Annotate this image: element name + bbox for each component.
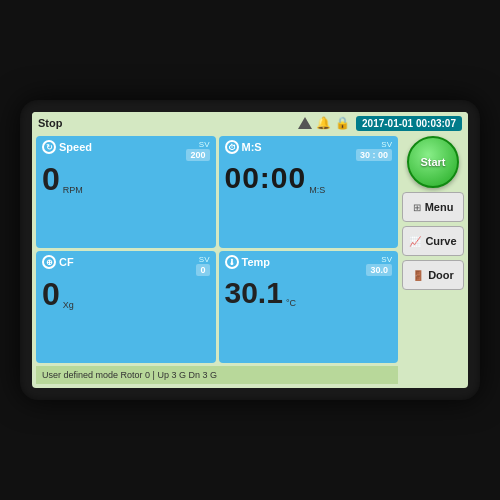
status-icons: 🔔 🔒 [298,116,350,130]
cf-unit: Xg [63,300,74,310]
info-text: User defined mode Rotor 0 | Up 3 G Dn 3 … [42,370,217,380]
door-icon: 🚪 [412,270,424,281]
main-content: ↻ Speed SV 200 0 RPM [32,134,468,388]
temp-unit: °C [286,298,296,308]
menu-label: Menu [425,201,454,213]
curve-icon: 📈 [409,236,421,247]
curve-label: Curve [425,235,456,247]
door-label: Door [428,269,454,281]
triangle-icon [298,117,312,129]
temp-title: 🌡 Temp [225,255,271,269]
door-button[interactable]: 🚪 Door [402,260,464,290]
speed-header: ↻ Speed SV 200 [42,140,210,161]
timer-title: ⏱ M:S [225,140,262,154]
timer-sv-group: SV 30 : 00 [356,140,392,161]
start-label: Start [420,156,445,168]
temp-sv-group: SV 30.0 [366,255,392,276]
menu-icon: ⊞ [413,202,421,213]
speed-icon: ↻ [42,140,56,154]
timer-header: ⏱ M:S SV 30 : 00 [225,140,393,161]
speed-panel: ↻ Speed SV 200 0 RPM [36,136,216,248]
left-panels: ↻ Speed SV 200 0 RPM [36,136,398,384]
start-button[interactable]: Start [407,136,459,188]
speed-sv-group: SV 200 [186,140,209,161]
temp-panel: 🌡 Temp SV 30.0 30.1 °C [219,251,399,363]
status-bar: Stop 🔔 🔒 2017-01-01 00:03:07 [32,112,468,134]
speed-title: ↻ Speed [42,140,92,154]
bell-icon: 🔔 [316,116,331,130]
cf-value-row: 0 Xg [42,276,210,310]
timer-value-row: 00:00 M:S [225,161,393,195]
timer-sv-value: 30 : 00 [356,149,392,161]
lock-icon: 🔒 [335,116,350,130]
timer-value: 00:00 [225,161,307,195]
speed-value: 0 [42,163,60,195]
right-buttons: Start ⊞ Menu 📈 Curve 🚪 Door [402,136,464,384]
temp-icon: 🌡 [225,255,239,269]
cf-sv-group: SV 0 [196,255,209,276]
timer-icon: ⏱ [225,140,239,154]
temp-sv-value: 30.0 [366,264,392,276]
cf-value: 0 [42,278,60,310]
screen: Stop 🔔 🔒 2017-01-01 00:03:07 ↻ [32,112,468,388]
top-panels: ↻ Speed SV 200 0 RPM [36,136,398,248]
speed-sv-value: 200 [186,149,209,161]
cf-panel: ⊕ CF SV 0 0 Xg [36,251,216,363]
status-stop-label: Stop [38,117,292,129]
temp-header: 🌡 Temp SV 30.0 [225,255,393,276]
speed-unit: RPM [63,185,83,195]
device-frame: Stop 🔔 🔒 2017-01-01 00:03:07 ↻ [20,100,480,400]
timer-unit: M:S [309,185,325,195]
datetime-display: 2017-01-01 00:03:07 [356,116,462,131]
bottom-panels: ⊕ CF SV 0 0 Xg [36,251,398,363]
cf-icon: ⊕ [42,255,56,269]
temp-value: 30.1 [225,278,283,308]
curve-button[interactable]: 📈 Curve [402,226,464,256]
menu-button[interactable]: ⊞ Menu [402,192,464,222]
timer-panel: ⏱ M:S SV 30 : 00 00:00 M:S [219,136,399,248]
speed-value-row: 0 RPM [42,161,210,195]
cf-title: ⊕ CF [42,255,74,269]
cf-sv-value: 0 [196,264,209,276]
cf-header: ⊕ CF SV 0 [42,255,210,276]
temp-value-row: 30.1 °C [225,276,393,308]
info-bar: User defined mode Rotor 0 | Up 3 G Dn 3 … [36,366,398,384]
